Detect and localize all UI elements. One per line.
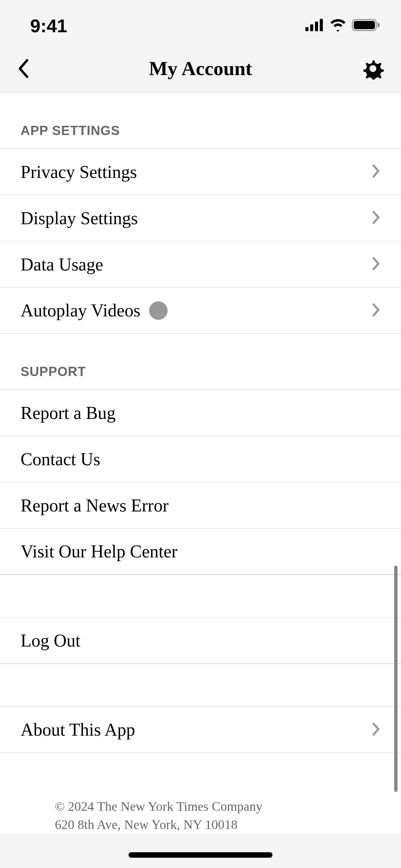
- svg-rect-6: [378, 23, 379, 27]
- row-contact-us[interactable]: Contact Us: [0, 436, 401, 482]
- spacer: [0, 575, 401, 617]
- gear-icon: [362, 58, 384, 80]
- row-label: About This App: [21, 720, 135, 740]
- wifi-icon: [329, 19, 347, 33]
- row-label: Privacy Settings: [21, 162, 137, 182]
- row-label: Log Out: [21, 630, 81, 651]
- status-time: 9:41: [30, 15, 67, 36]
- status-bar: 9:41: [0, 0, 401, 45]
- row-logout[interactable]: Log Out: [0, 617, 401, 664]
- battery-icon: [352, 18, 380, 33]
- row-report-news-error[interactable]: Report a News Error: [0, 482, 401, 528]
- content: APP SETTINGS Privacy Settings Display Se…: [0, 93, 401, 834]
- footer: © 2024 The New York Times Company 620 8t…: [0, 753, 401, 834]
- svg-rect-1: [310, 24, 313, 31]
- chevron-right-icon: [372, 257, 380, 272]
- footer-address: 620 8th Ave, New York, NY 10018: [55, 816, 380, 834]
- touch-indicator: [149, 301, 168, 320]
- support-section: SUPPORT Report a Bug Contact Us Report a…: [0, 334, 401, 575]
- svg-rect-3: [320, 19, 323, 31]
- row-data-usage[interactable]: Data Usage: [0, 241, 401, 287]
- cellular-icon: [305, 19, 324, 33]
- nav-bar: My Account: [0, 45, 401, 93]
- settings-button[interactable]: [360, 57, 384, 81]
- row-label: Contact Us: [21, 449, 100, 469]
- row-label: Data Usage: [21, 254, 103, 275]
- row-label: Report a News Error: [21, 495, 169, 516]
- home-indicator[interactable]: [129, 852, 272, 858]
- about-section: About This App: [0, 707, 401, 753]
- status-icons: [305, 18, 380, 33]
- chevron-right-icon: [372, 164, 380, 179]
- row-help-center[interactable]: Visit Our Help Center: [0, 528, 401, 575]
- row-display-settings[interactable]: Display Settings: [0, 195, 401, 241]
- section-header-app-settings: APP SETTINGS: [0, 93, 401, 148]
- back-button[interactable]: [17, 57, 41, 81]
- chevron-right-icon: [372, 210, 380, 226]
- row-autoplay-videos[interactable]: Autoplay Videos: [0, 287, 401, 334]
- row-label-text: Autoplay Videos: [21, 300, 141, 321]
- row-label: Display Settings: [21, 208, 138, 228]
- row-label: Report a Bug: [21, 403, 116, 423]
- row-label: Visit Our Help Center: [21, 541, 178, 562]
- row-report-bug[interactable]: Report a Bug: [0, 389, 401, 436]
- app-settings-section: APP SETTINGS Privacy Settings Display Se…: [0, 93, 401, 334]
- row-about-app[interactable]: About This App: [0, 707, 401, 753]
- chevron-right-icon: [372, 722, 380, 737]
- chevron-left-icon: [17, 59, 29, 79]
- row-privacy-settings[interactable]: Privacy Settings: [0, 148, 401, 195]
- svg-rect-2: [315, 22, 318, 31]
- chevron-right-icon: [372, 303, 380, 318]
- footer-copyright: © 2024 The New York Times Company: [55, 797, 380, 816]
- svg-rect-0: [305, 27, 308, 31]
- section-header-support: SUPPORT: [0, 334, 401, 389]
- svg-rect-5: [354, 21, 375, 29]
- logout-section: Log Out: [0, 617, 401, 664]
- page-title: My Account: [149, 57, 252, 80]
- scroll-indicator[interactable]: [394, 566, 398, 792]
- spacer: [0, 664, 401, 707]
- row-label: Autoplay Videos: [21, 300, 168, 321]
